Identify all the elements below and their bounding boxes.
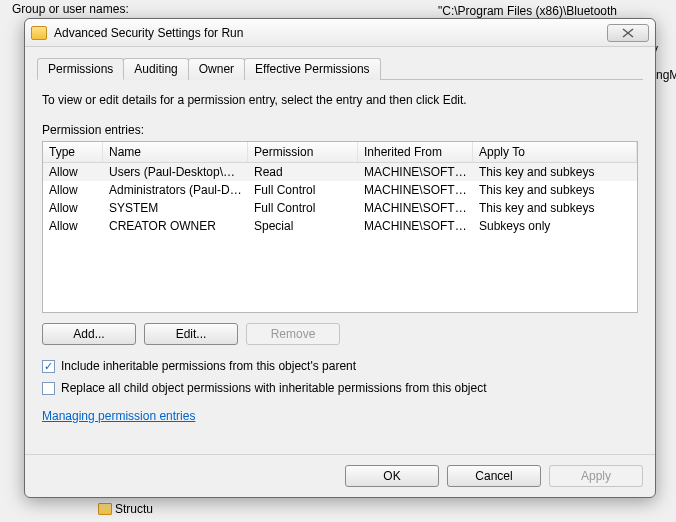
- apply-button: Apply: [549, 465, 643, 487]
- table-cell: SYSTEM: [103, 199, 248, 217]
- table-cell: Administrators (Paul-Desk...: [103, 181, 248, 199]
- table-cell: Allow: [43, 199, 103, 217]
- edit-button[interactable]: Edit...: [144, 323, 238, 345]
- table-cell: Special: [248, 217, 358, 235]
- bg-tree-item: Structu: [98, 502, 153, 516]
- col-apply[interactable]: Apply To: [473, 142, 637, 162]
- checkbox-group: Include inheritable permissions from thi…: [42, 359, 638, 395]
- table-row[interactable]: AllowSYSTEMFull ControlMACHINE\SOFTW...T…: [43, 199, 637, 217]
- table-cell: Full Control: [248, 199, 358, 217]
- col-name[interactable]: Name: [103, 142, 248, 162]
- tab-permissions[interactable]: Permissions: [37, 58, 124, 80]
- bg-frag-ngme: ngMe: [656, 68, 676, 82]
- advanced-security-dialog: Advanced Security Settings for Run Permi…: [24, 18, 656, 498]
- managing-entries-link[interactable]: Managing permission entries: [42, 409, 195, 423]
- bg-group-label: Group or user names:: [12, 2, 129, 16]
- table-cell: MACHINE\SOFTW...: [358, 199, 473, 217]
- table-cell: Users (Paul-Desktop\Use...: [103, 163, 248, 181]
- bg-struct-label: Structu: [115, 502, 153, 516]
- dialog-title: Advanced Security Settings for Run: [54, 26, 600, 40]
- replace-child-checkbox[interactable]: [42, 382, 55, 395]
- list-body: AllowUsers (Paul-Desktop\Use...ReadMACHI…: [43, 163, 637, 235]
- table-row[interactable]: AllowAdministrators (Paul-Desk...Full Co…: [43, 181, 637, 199]
- ok-button[interactable]: OK: [345, 465, 439, 487]
- table-cell: Allow: [43, 217, 103, 235]
- table-cell: This key and subkeys: [473, 181, 637, 199]
- table-cell: Read: [248, 163, 358, 181]
- table-cell: Allow: [43, 181, 103, 199]
- remove-button: Remove: [246, 323, 340, 345]
- table-cell: This key and subkeys: [473, 199, 637, 217]
- entries-label: Permission entries:: [42, 123, 638, 137]
- table-cell: MACHINE\SOFTW...: [358, 217, 473, 235]
- tabstrip: Permissions Auditing Owner Effective Per…: [37, 57, 643, 80]
- tab-content-permissions: To view or edit details for a permission…: [37, 80, 643, 424]
- tab-effective-permissions[interactable]: Effective Permissions: [244, 58, 381, 80]
- col-inherited[interactable]: Inherited From: [358, 142, 473, 162]
- table-cell: MACHINE\SOFTW...: [358, 163, 473, 181]
- col-type[interactable]: Type: [43, 142, 103, 162]
- tab-owner[interactable]: Owner: [188, 58, 245, 80]
- include-inheritable-checkbox[interactable]: [42, 360, 55, 373]
- intro-text: To view or edit details for a permission…: [42, 93, 638, 107]
- tab-auditing[interactable]: Auditing: [123, 58, 188, 80]
- table-cell: MACHINE\SOFTW...: [358, 181, 473, 199]
- include-inheritable-label: Include inheritable permissions from thi…: [61, 359, 356, 373]
- table-cell: Subkeys only: [473, 217, 637, 235]
- table-cell: CREATOR OWNER: [103, 217, 248, 235]
- close-button[interactable]: [607, 24, 649, 42]
- table-row[interactable]: AllowUsers (Paul-Desktop\Use...ReadMACHI…: [43, 163, 637, 181]
- folder-icon: [98, 503, 112, 515]
- close-icon: [620, 28, 636, 38]
- entry-buttons: Add... Edit... Remove: [42, 323, 638, 345]
- table-cell: Full Control: [248, 181, 358, 199]
- table-row[interactable]: AllowCREATOR OWNERSpecialMACHINE\SOFTW..…: [43, 217, 637, 235]
- titlebar: Advanced Security Settings for Run: [25, 19, 655, 47]
- replace-child-label: Replace all child object permissions wit…: [61, 381, 487, 395]
- col-permission[interactable]: Permission: [248, 142, 358, 162]
- table-cell: Allow: [43, 163, 103, 181]
- dialog-footer: OK Cancel Apply: [25, 454, 655, 497]
- add-button[interactable]: Add...: [42, 323, 136, 345]
- cancel-button[interactable]: Cancel: [447, 465, 541, 487]
- folder-icon: [31, 26, 47, 40]
- table-cell: This key and subkeys: [473, 163, 637, 181]
- list-header: Type Name Permission Inherited From Appl…: [43, 142, 637, 163]
- permission-entries-list[interactable]: Type Name Permission Inherited From Appl…: [42, 141, 638, 313]
